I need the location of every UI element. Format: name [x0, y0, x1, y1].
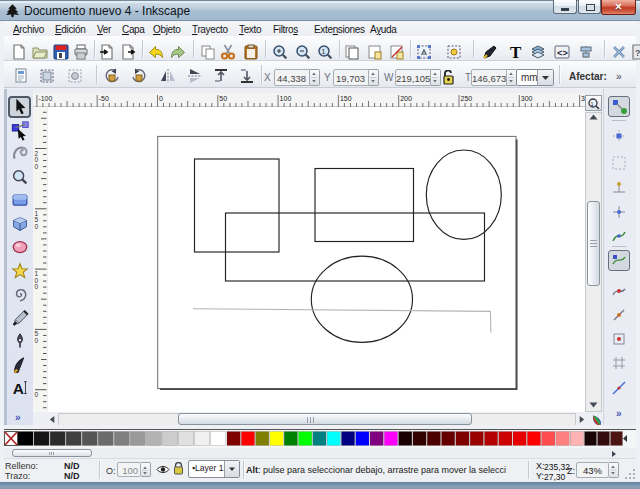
svg-text:0: 0: [35, 283, 39, 290]
svg-text:200: 200: [400, 95, 412, 102]
svg-text:-100: -100: [38, 95, 52, 102]
svg-text:1: 1: [591, 101, 594, 107]
svg-text:100: 100: [280, 95, 292, 102]
svg-text:50: 50: [219, 95, 227, 102]
svg-text:300: 300: [521, 95, 533, 102]
svg-text:?: ?: [635, 48, 640, 58]
svg-text:0: 0: [35, 223, 39, 230]
svg-text:T: T: [510, 44, 522, 60]
svg-text:A: A: [12, 380, 23, 397]
svg-text:0: 0: [35, 337, 39, 344]
svg-text:0: 0: [35, 391, 39, 398]
svg-text:1: 1: [322, 48, 326, 55]
svg-text:<>: <>: [557, 49, 568, 59]
svg-text:-50: -50: [99, 95, 109, 102]
svg-text:0: 0: [35, 163, 39, 170]
svg-text:150: 150: [340, 95, 352, 102]
svg-text:250: 250: [461, 95, 473, 102]
svg-text:0: 0: [159, 95, 163, 102]
